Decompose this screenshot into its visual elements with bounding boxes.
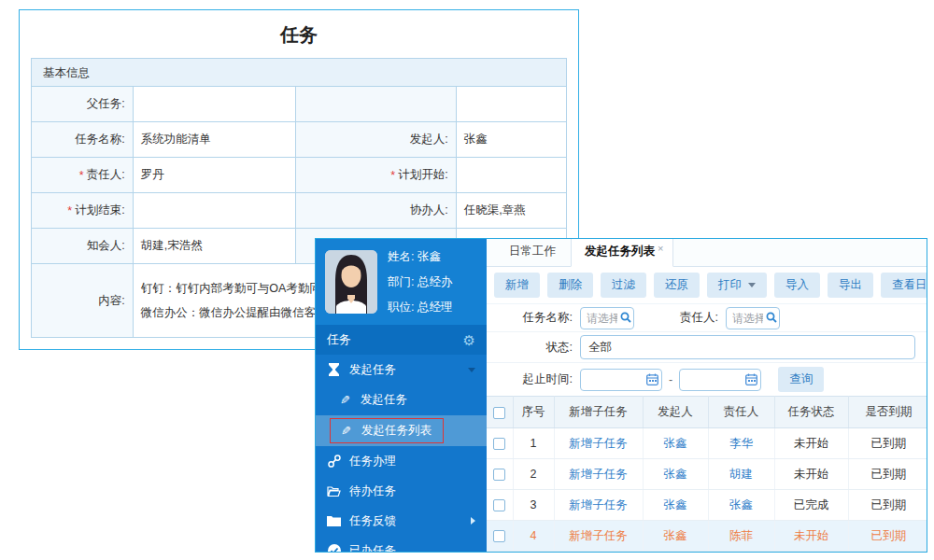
query-button[interactable]: 查询: [778, 367, 824, 392]
table-row: 2 新增子任务 张鑫 胡建 未开始 已到期: [487, 459, 927, 490]
sidebar-item-label: 待办任务: [349, 483, 396, 499]
owner-link[interactable]: 胡建: [729, 468, 753, 481]
task-name-field[interactable]: 系统功能清单: [134, 122, 296, 157]
owner-picker: [726, 307, 780, 329]
row-checkbox[interactable]: [493, 530, 505, 542]
seq-cell: 3: [513, 490, 554, 521]
user-department: 部门: 总经办: [388, 274, 452, 290]
calendar-icon[interactable]: [646, 373, 658, 385]
module-title: 任务: [327, 331, 351, 348]
filter-row-dates: 起止时间: - 查询: [487, 363, 927, 396]
restore-button[interactable]: 还原: [654, 273, 700, 298]
plan-start-field[interactable]: [457, 158, 566, 192]
avatar-portrait: [325, 250, 377, 314]
chevron-right-icon: [471, 517, 475, 525]
cohandler-field[interactable]: 任晓渠,章燕: [457, 193, 566, 228]
calendar-icon[interactable]: [745, 373, 757, 385]
initiator-link[interactable]: 张鑫: [664, 468, 687, 481]
task-name-label: 任务名称:: [494, 310, 573, 326]
chain-link-icon: [327, 455, 341, 468]
sidebar-item-done-tasks[interactable]: 已办任务: [316, 536, 487, 552]
close-icon[interactable]: ×: [658, 244, 663, 254]
owner-link[interactable]: 李华: [729, 437, 753, 450]
initiator-link[interactable]: 张鑫: [664, 437, 687, 450]
initiator-link[interactable]: 张鑫: [664, 498, 687, 511]
sidebar-item-initiate-task[interactable]: ✎ 发起任务: [316, 385, 487, 415]
column-header-due: 是否到期: [848, 397, 927, 428]
status-cell: 已完成: [774, 490, 848, 521]
sidebar-item-label: 发起任务: [349, 362, 396, 378]
informed-field[interactable]: 胡建,宋浩然: [134, 229, 296, 263]
initiator-link[interactable]: 张鑫: [664, 529, 687, 542]
required-marker: *: [67, 204, 72, 217]
status-cell: 未开始: [774, 521, 848, 552]
user-name: 姓名: 张鑫: [388, 249, 452, 265]
add-subtask-link[interactable]: 新增子任务: [569, 468, 628, 481]
owner-field[interactable]: 罗丹: [134, 158, 296, 192]
sidebar-item-initiate-task-list[interactable]: ✎ 发起任务列表: [316, 415, 487, 446]
sidebar-item-label: 发起任务列表: [361, 423, 432, 439]
user-card: 姓名: 张鑫 部门: 总经办 职位: 总经理: [316, 239, 487, 325]
filter-row-pickers: 任务名称: 责任人:: [487, 304, 927, 332]
section-header: 基本信息: [32, 59, 566, 87]
add-subtask-link[interactable]: 新增子任务: [569, 437, 628, 450]
sidebar-item-todo-tasks[interactable]: 待办任务: [316, 476, 487, 506]
select-all-checkbox[interactable]: [493, 407, 505, 419]
delete-button[interactable]: 删除: [547, 273, 593, 298]
field-label: 发起人:: [296, 122, 457, 157]
due-cell: 已到期: [848, 490, 927, 521]
sidebar-item-initiate-task-group[interactable]: 发起任务: [316, 355, 487, 385]
add-button[interactable]: 新增: [494, 273, 540, 298]
required-marker: *: [79, 169, 84, 182]
chevron-down-icon: [468, 368, 475, 372]
tab-initiate-task-list[interactable]: 发起任务列表 ×: [571, 238, 673, 267]
row-checkbox[interactable]: [493, 438, 505, 450]
field-label: 协办人:: [296, 193, 457, 228]
view-log-button[interactable]: 查看日志: [881, 273, 927, 298]
add-subtask-link[interactable]: 新增子任务: [569, 498, 628, 511]
field-label: 父任务:: [32, 87, 134, 121]
empty-field: [457, 87, 566, 121]
gear-icon[interactable]: ⚙: [463, 333, 475, 347]
dropdown-arrow-icon: [748, 283, 756, 287]
seq-cell: 2: [513, 459, 554, 490]
row-checkbox[interactable]: [493, 469, 505, 481]
content-line: 钉钉：钉钉内部考勤可与OA考勤同步: [141, 281, 333, 297]
table-row-highlighted: 4 新增子任务 张鑫 陈菲 未开始 已到期: [487, 521, 927, 552]
content-line: 微信办公：微信办公提醒由微信客户: [141, 305, 328, 321]
tab-daily-work[interactable]: 日常工作: [494, 238, 571, 266]
task-name-picker: [580, 307, 634, 329]
form-title: 任务: [20, 22, 578, 48]
parent-task-field[interactable]: [134, 87, 296, 121]
task-table: 序号 新增子任务 发起人 责任人 任务状态 是否到期 1 新增子任务 张鑫 李: [487, 396, 927, 552]
task-list-window: 姓名: 张鑫 部门: 总经办 职位: 总经理 任务 ⚙ 发起任务 ✎ 发起任务: [315, 238, 927, 553]
date-separator: -: [669, 373, 672, 386]
user-position: 职位: 总经理: [388, 300, 452, 315]
owner-link[interactable]: 陈菲: [729, 529, 753, 542]
search-icon[interactable]: [766, 312, 777, 323]
sidebar: 姓名: 张鑫 部门: 总经办 职位: 总经理 任务 ⚙ 发起任务 ✎ 发起任务: [316, 239, 487, 552]
plan-end-field[interactable]: [134, 193, 296, 228]
filter-button[interactable]: 过滤: [601, 273, 646, 298]
due-cell: 已到期: [848, 428, 927, 459]
check-circle-icon: [327, 544, 341, 552]
due-cell: 已到期: [848, 459, 927, 490]
sidebar-item-task-handling[interactable]: 任务办理: [316, 446, 487, 476]
form-row-parent-task: 父任务:: [32, 87, 566, 122]
export-button[interactable]: 导出: [828, 273, 873, 298]
seq-cell: 4: [513, 521, 554, 552]
sidebar-item-task-feedback[interactable]: 任务反馈: [316, 506, 487, 536]
field-label: [296, 87, 457, 121]
add-subtask-link[interactable]: 新增子任务: [569, 529, 628, 542]
import-button[interactable]: 导入: [774, 273, 820, 298]
toolbar: 新增 删除 过滤 还原 打印 导入 导出 查看日志: [487, 267, 927, 304]
search-icon[interactable]: [620, 312, 631, 323]
row-checkbox[interactable]: [493, 499, 505, 511]
seq-cell: 1: [513, 428, 554, 459]
print-button[interactable]: 打印: [707, 273, 767, 298]
owner-link[interactable]: 张鑫: [729, 498, 753, 511]
column-header-initiator: 发起人: [643, 397, 708, 428]
status-select[interactable]: 全部: [580, 335, 915, 359]
column-header-add-subtask: 新增子任务: [554, 397, 643, 428]
table-header-row: 序号 新增子任务 发起人 责任人 任务状态 是否到期: [487, 397, 927, 428]
